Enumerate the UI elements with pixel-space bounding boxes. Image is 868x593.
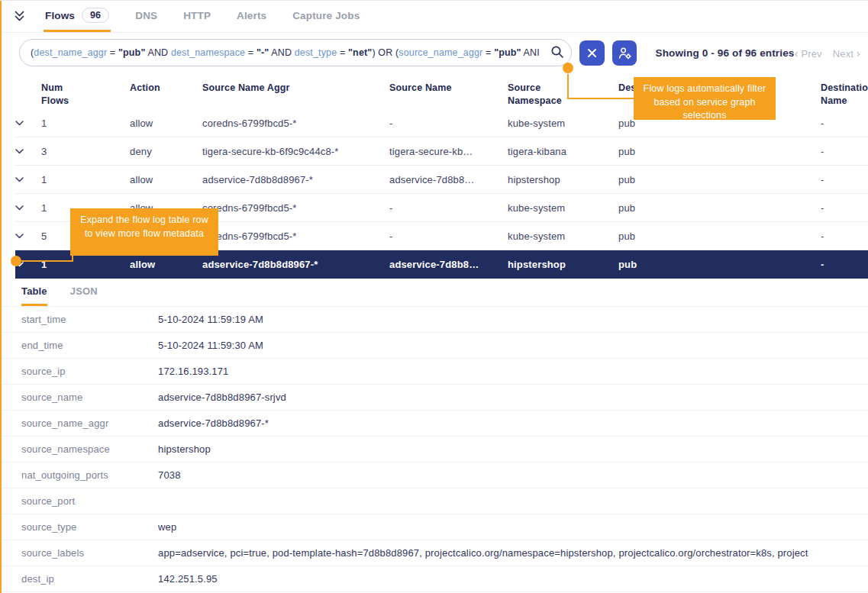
detail-value: app=adservice, pci=true, pod-template-ha…	[158, 547, 868, 559]
tour-callout-expand: Expand the flow log table row to view mo…	[70, 208, 218, 256]
detail-row: nat_outgoing_ports7038	[0, 462, 868, 488]
tab-label: DNS	[135, 10, 157, 21]
column-header: Num Flows	[41, 82, 130, 109]
flows-count-badge: 96	[82, 8, 109, 23]
tabs: Flows96DNSHTTPAlertsCapture Jobs	[44, 1, 361, 32]
flow-cell: tigera-kibana	[508, 146, 618, 157]
query-token-field: dest_namespace	[171, 47, 245, 58]
clear-filter-button[interactable]	[579, 40, 605, 66]
prev-button[interactable]: ‹ Prev	[794, 47, 821, 60]
filter-query-input[interactable]: (dest_name_aggr = "pub" AND dest_namespa…	[19, 39, 572, 66]
detail-value: 142.251.5.95	[158, 573, 868, 585]
flow-cell: tigera-secure-kb-6f9c9c44c8-*	[202, 146, 389, 157]
flow-cell: 3	[41, 146, 130, 157]
expand-chevron-icon[interactable]	[15, 149, 41, 154]
flow-row[interactable]: 3denytigera-secure-kb-6f9c9c44c8-*tigera…	[15, 137, 868, 166]
expand-chevron-icon[interactable]	[15, 121, 41, 126]
flow-logs-panel: Flows96DNSHTTPAlertsCapture Jobs (dest_n…	[0, 0, 868, 593]
flow-cell: allow	[130, 118, 202, 129]
detail-value: wep	[158, 521, 868, 533]
flow-cell: -	[821, 259, 868, 270]
search-icon[interactable]	[550, 45, 564, 59]
detail-tab-json[interactable]: JSON	[70, 279, 98, 306]
expand-chevron-icon[interactable]	[15, 234, 41, 239]
close-icon	[587, 48, 597, 58]
detail-value: 7038	[158, 469, 868, 481]
detail-row: source_nameadservice-7d8b8d8967-srjvd	[0, 385, 868, 411]
detail-value: adservice-7d8b8d8967-srjvd	[158, 392, 868, 403]
tab-dns[interactable]: DNS	[134, 1, 159, 32]
detail-tabs: TableJSON	[0, 279, 868, 306]
detail-value: 5-10-2024 11:59:19 AM	[158, 314, 868, 325]
query-token-val: "net"	[348, 47, 372, 58]
flow-cell: coredns-6799fbcd5-*	[202, 230, 389, 242]
detail-key: source_type	[0, 521, 158, 533]
tab-label: HTTP	[183, 10, 211, 21]
flow-cell: hipstershop	[508, 174, 618, 185]
filter-query-text: (dest_name_aggr = "pub" AND dest_namespa…	[31, 47, 540, 58]
flow-row[interactable]: 1allowadservice-7d8b8d8967-*adservice-7d…	[15, 166, 868, 194]
query-token-op: ) OR (	[372, 47, 399, 58]
query-token-op: AND	[269, 47, 294, 58]
flow-cell: pub	[618, 259, 821, 270]
detail-key: source_name_aggr	[0, 417, 158, 429]
query-token-op: =	[107, 47, 118, 58]
query-token-op: ANI	[521, 47, 540, 58]
filter-bar: (dest_name_aggr = "pub" AND dest_namespa…	[0, 33, 868, 73]
flow-cell: hipstershop	[508, 259, 618, 270]
query-token-field: dest_name_aggr	[34, 47, 107, 58]
tab-label: Capture Jobs	[292, 10, 360, 21]
flow-cell: pub	[618, 146, 821, 157]
expand-chevron-icon[interactable]	[15, 262, 41, 267]
flow-cell: pub	[618, 230, 821, 242]
detail-key: source_port	[0, 495, 158, 507]
flow-cell: kube-system	[508, 118, 618, 129]
results-count: Showing 0 - 96 of 96 entries	[655, 47, 794, 59]
flow-cell: pub	[618, 174, 821, 185]
tab-label: Alerts	[237, 10, 266, 21]
detail-row: source_namespacehipstershop	[0, 437, 868, 462]
detail-key: source_labels	[0, 547, 158, 559]
expand-chevron-icon[interactable]	[15, 205, 41, 211]
user-settings-button[interactable]	[612, 40, 637, 66]
flow-detail-panel: TableJSON start_time5-10-2024 11:59:19 A…	[0, 279, 868, 592]
query-token-field: dest_type	[295, 47, 337, 58]
tab-label: Flows	[45, 10, 75, 21]
flow-cell: 1	[41, 174, 130, 185]
flow-cell: 1	[41, 259, 130, 270]
flow-cell: pub	[618, 202, 821, 214]
flow-cell: adservice-7d8b8d8967-*	[202, 259, 389, 270]
query-token-op: =	[337, 47, 348, 58]
column-header: Source Namespace	[508, 82, 618, 109]
expand-chevron-icon[interactable]	[15, 177, 41, 182]
column-header: Action	[130, 82, 202, 109]
flow-cell: kube-system	[508, 230, 618, 242]
detail-value: hipstershop	[158, 443, 868, 455]
detail-row: start_time5-10-2024 11:59:19 AM	[0, 307, 868, 333]
flow-cell: -	[821, 146, 868, 157]
detail-rows: start_time5-10-2024 11:59:19 AMend_time5…	[0, 306, 868, 592]
tab-capture-jobs[interactable]: Capture Jobs	[291, 1, 361, 32]
column-header: Source Name Aggr	[202, 82, 389, 109]
chevron-right-icon: ›	[857, 47, 860, 60]
tab-http[interactable]: HTTP	[182, 1, 212, 32]
query-token-val: "pub"	[118, 47, 146, 58]
detail-tab-table[interactable]: Table	[21, 279, 47, 306]
next-button[interactable]: Next ›	[833, 47, 860, 60]
detail-key: end_time	[0, 340, 158, 351]
query-token-op: AND	[145, 47, 170, 58]
detail-row: source_typewep	[0, 514, 868, 540]
detail-key: dest_ip	[0, 573, 158, 585]
flow-cell: allow	[130, 174, 202, 185]
detail-value: 172.16.193.171	[158, 366, 868, 377]
tab-bar: Flows96DNSHTTPAlertsCapture Jobs	[0, 1, 868, 33]
detail-value: 5-10-2024 11:59:30 AM	[158, 340, 868, 351]
column-header: Destination Name	[821, 82, 868, 109]
collapse-panel-icon[interactable]	[14, 11, 25, 22]
detail-key: start_time	[0, 314, 158, 325]
user-gear-icon	[618, 46, 632, 60]
flow-cell: adservice-7d8b8…	[389, 174, 508, 185]
tab-flows[interactable]: Flows96	[44, 1, 111, 32]
tab-alerts[interactable]: Alerts	[235, 1, 268, 32]
flow-cell: adservice-7d8b8d8967-*	[202, 174, 389, 185]
